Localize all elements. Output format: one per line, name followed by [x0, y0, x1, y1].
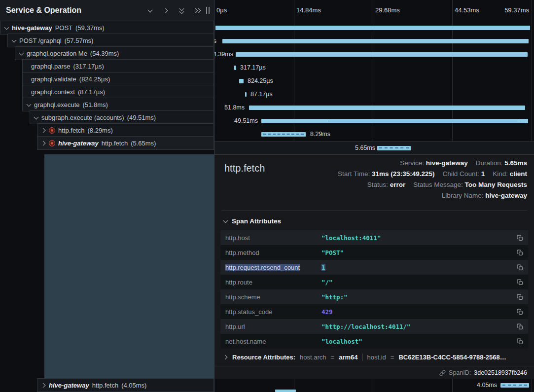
copy-icon[interactable] [516, 322, 524, 331]
tree-row-http-fetch-4ms[interactable]: hive-gateway http.fetch (4.05ms) [0, 379, 214, 392]
expand-one-icon[interactable] [162, 6, 170, 14]
span-duration: (51.8ms) [83, 101, 108, 108]
selected-span-children-region[interactable] [44, 154, 214, 379]
resource-attributes-toggle[interactable]: Resource Attributes: host.arch = arm64 h… [214, 349, 534, 366]
timeline-row: 51.8ms [214, 101, 534, 114]
span-id-row: SpanID: 3de02518937fb246 [214, 366, 534, 379]
collapse-all-icon[interactable] [178, 6, 185, 14]
span-bar[interactable] [261, 132, 306, 137]
timeline-rows: 57.57ms 54.39ms 317.17µs 824.25µs 87.17µ… [214, 21, 534, 154]
timeline-row: 317.17µs [214, 61, 534, 74]
chevron-right-icon[interactable] [41, 141, 46, 145]
copy-icon[interactable] [516, 249, 524, 257]
span-name: http.fetch [102, 140, 128, 147]
timeline-row-bottom: 4.05ms [214, 379, 534, 392]
span-bar[interactable] [222, 39, 529, 43]
chevron-down-icon[interactable] [12, 38, 16, 43]
copy-icon[interactable] [516, 293, 524, 301]
link-icon[interactable] [439, 370, 446, 376]
attr-row-http-route: http.route "/" [220, 275, 528, 289]
span-attributes-toggle[interactable]: Span Attributes [214, 211, 534, 230]
span-service-name: hive-gateway [12, 24, 52, 32]
tree-row-graphql-validate[interactable]: graphql.validate (824.25µs) [0, 72, 214, 85]
timeline-header: 0µs 14.84ms 29.68ms 44.53ms 59.37ms [214, 0, 534, 21]
tree-row-hive-gateway-post[interactable]: hive-gateway POST (59.37ms) [0, 21, 214, 34]
span-bar[interactable] [249, 106, 525, 110]
tree-row-graphql-parse[interactable]: graphql.parse (317.17µs) [0, 59, 214, 72]
resource-attributes-title: Resource Attributes: [232, 354, 295, 361]
attr-key-selected: http.request.resend_count [225, 264, 300, 271]
timeline-row: 54.39ms [214, 48, 534, 61]
span-name: POST /graphql [19, 37, 62, 44]
equals-sign: = [331, 354, 335, 361]
timeline-row: 8.29ms [214, 128, 534, 141]
attr-key: net.host.name [225, 338, 266, 345]
span-name: graphql.operation Me [27, 50, 87, 57]
chevron-down-icon[interactable] [19, 51, 24, 56]
span-id-value[interactable]: 3de02518937fb246 [474, 369, 527, 376]
tree-row-http-fetch-selected[interactable]: hive-gateway http.fetch (5.65ms) [0, 136, 214, 149]
span-name: graphql.parse [31, 63, 71, 70]
tree-row-graphql-execute[interactable]: graphql.execute (51.8ms) [0, 98, 214, 111]
attr-key: http.method [225, 249, 259, 256]
copy-icon[interactable] [516, 263, 524, 272]
tree-header: Service & Operation [0, 0, 214, 21]
span-bar-label: 4.05ms [477, 379, 497, 392]
timeline-tick: 29.68ms [375, 6, 400, 14]
tree-row-graphql-operation[interactable]: graphql.operation Me (54.39ms) [0, 46, 214, 60]
span-bar[interactable] [234, 66, 236, 70]
span-bar[interactable] [377, 146, 411, 150]
expand-all-icon[interactable] [193, 6, 201, 14]
span-bar-label: 57.57ms [214, 35, 216, 48]
span-attributes-title: Span Attributes [232, 217, 281, 225]
span-duration: (4.05ms) [121, 382, 146, 389]
chevron-down-icon[interactable] [27, 103, 31, 107]
meta-start-time: Start Time: 31ms (23:35:49.225) [338, 169, 435, 179]
attr-key: http.route [225, 279, 252, 286]
span-duration: (5.65ms) [131, 140, 156, 147]
tree-row-subgraph-execute[interactable]: subgraph.execute (accounts) (49.51ms) [0, 110, 214, 124]
error-status-icon [49, 127, 55, 134]
tree-toolbar [146, 6, 201, 14]
span-detail-title: http.fetch [224, 163, 265, 174]
span-service-name: hive-gateway [49, 382, 89, 389]
copy-icon[interactable] [516, 234, 524, 242]
copy-icon[interactable] [516, 337, 524, 346]
span-bar-partial[interactable] [275, 390, 296, 392]
timeline-row: 57.57ms [214, 35, 534, 48]
span-service-name: hive-gateway [58, 140, 99, 147]
copy-icon[interactable] [516, 278, 524, 286]
span-bar[interactable] [236, 52, 528, 57]
panel-resize-handle[interactable] [206, 7, 211, 14]
timeline-panel: 0µs 14.84ms 29.68ms 44.53ms 59.37ms 57.5… [214, 0, 534, 392]
divider [362, 354, 363, 361]
tree-row-post-graphql[interactable]: POST /graphql (57.57ms) [0, 34, 214, 47]
resource-attr-value: arm64 [339, 354, 357, 361]
meta-child-count: Child Count: 1 [443, 169, 485, 179]
span-bar[interactable] [239, 79, 244, 83]
span-detail-panel: http.fetch Service: hive-gateway Duratio… [214, 154, 534, 379]
collapse-one-icon[interactable] [146, 6, 154, 14]
span-bar-label: 49.51ms [234, 114, 258, 128]
chevron-right-icon[interactable] [41, 383, 46, 388]
tree-row-graphql-context[interactable]: graphql.context (87.17µs) [0, 85, 214, 98]
attr-key: http.scheme [225, 293, 260, 301]
chevron-right-icon[interactable] [41, 128, 46, 133]
chevron-down-icon[interactable] [4, 26, 9, 30]
tree-row-http-fetch-8ms[interactable]: http.fetch (8.29ms) [0, 123, 214, 137]
span-bar[interactable] [261, 119, 528, 123]
span-bar[interactable] [215, 26, 530, 30]
span-bar[interactable] [245, 92, 247, 97]
span-bar-label: 317.17µs [240, 61, 266, 74]
span-duration: (57.57ms) [65, 37, 94, 44]
attr-row-http-request-resend-count: http.request.resend_count 1 [220, 260, 528, 275]
panel-title: Service & Operation [6, 6, 146, 15]
span-bar[interactable] [500, 383, 529, 388]
span-bar-label: 51.8ms [224, 101, 245, 114]
copy-icon[interactable] [516, 308, 524, 316]
meta-status-message: Status Message: Too Many Requests [413, 179, 527, 190]
trace-viewer: Service & Operation hive-gateway POST (5… [0, 0, 534, 392]
attr-row-net-host-name: net.host.name "localhost" [220, 334, 528, 349]
chevron-down-icon[interactable] [34, 115, 38, 120]
timeline-row: 49.51ms [214, 114, 534, 128]
